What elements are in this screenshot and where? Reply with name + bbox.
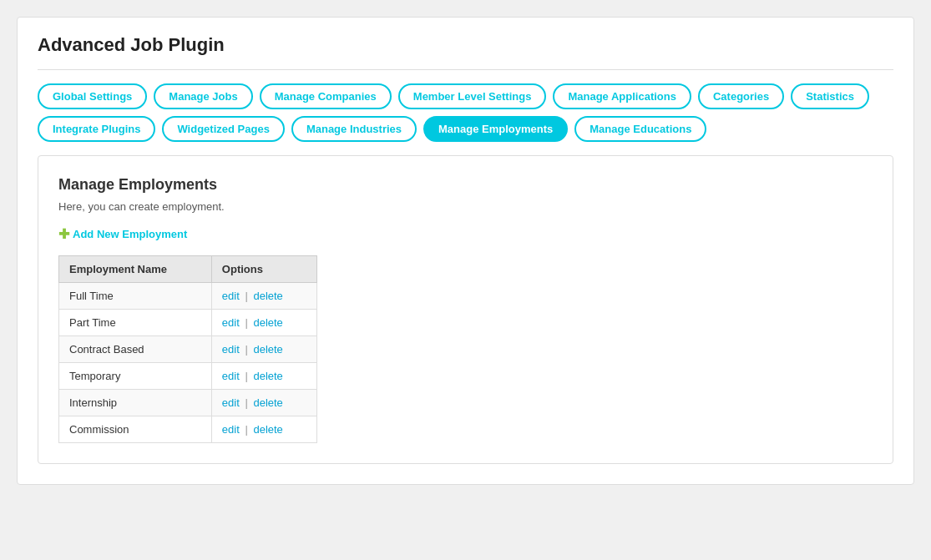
delete-link[interactable]: delete bbox=[253, 290, 282, 302]
employment-options-cell: edit | delete bbox=[211, 310, 316, 336]
page-title: Advanced Job Plugin bbox=[38, 34, 893, 56]
table-row: Part Timeedit | delete bbox=[59, 310, 317, 336]
employment-options-cell: edit | delete bbox=[211, 363, 316, 390]
table-row: Temporaryedit | delete bbox=[59, 363, 317, 390]
content-area: Manage Employments Here, you can create … bbox=[38, 155, 893, 464]
nav-tab-manage-applications[interactable]: Manage Applications bbox=[553, 83, 691, 109]
col-header-0: Employment Name bbox=[59, 256, 212, 283]
employment-options-cell: edit | delete bbox=[211, 336, 316, 363]
add-new-employment-link[interactable]: ✚ Add New Employment bbox=[58, 226, 187, 242]
delete-link[interactable]: delete bbox=[253, 370, 282, 382]
delete-link[interactable]: delete bbox=[253, 423, 282, 436]
nav-tabs: Global SettingsManage JobsManage Compani… bbox=[38, 83, 893, 142]
action-separator: | bbox=[242, 396, 251, 409]
col-header-1: Options bbox=[211, 256, 316, 283]
employment-options-cell: edit | delete bbox=[211, 390, 316, 416]
edit-link[interactable]: edit bbox=[222, 290, 240, 302]
action-separator: | bbox=[242, 370, 251, 382]
table-row: Full Timeedit | delete bbox=[59, 283, 317, 310]
add-icon: ✚ bbox=[58, 226, 69, 242]
nav-tab-manage-jobs[interactable]: Manage Jobs bbox=[154, 83, 252, 109]
edit-link[interactable]: edit bbox=[222, 343, 240, 356]
table-body: Full Timeedit | deletePart Timeedit | de… bbox=[59, 283, 317, 443]
employment-name-cell: Contract Based bbox=[59, 336, 212, 363]
table-row: Commissionedit | delete bbox=[59, 416, 317, 443]
nav-tab-manage-educations[interactable]: Manage Educations bbox=[574, 116, 706, 142]
nav-tab-categories[interactable]: Categories bbox=[698, 83, 784, 109]
nav-tab-manage-employments[interactable]: Manage Employments bbox=[423, 116, 568, 142]
employment-name-cell: Full Time bbox=[59, 283, 212, 310]
action-separator: | bbox=[242, 423, 251, 436]
action-separator: | bbox=[242, 343, 251, 356]
employment-options-cell: edit | delete bbox=[211, 283, 316, 310]
content-title: Manage Employments bbox=[58, 176, 873, 194]
nav-tab-integrate-plugins[interactable]: Integrate Plugins bbox=[38, 116, 155, 142]
nav-tab-manage-companies[interactable]: Manage Companies bbox=[260, 83, 392, 109]
table-header-row: Employment NameOptions bbox=[59, 256, 317, 283]
employment-name-cell: Commission bbox=[59, 416, 212, 443]
divider bbox=[38, 69, 893, 70]
table-row: Contract Basededit | delete bbox=[59, 336, 317, 363]
delete-link[interactable]: delete bbox=[253, 316, 282, 329]
action-separator: | bbox=[242, 316, 251, 329]
nav-tab-member-level-settings[interactable]: Member Level Settings bbox=[398, 83, 547, 109]
edit-link[interactable]: edit bbox=[222, 396, 240, 409]
edit-link[interactable]: edit bbox=[222, 316, 240, 329]
employment-table: Employment NameOptions Full Timeedit | d… bbox=[58, 255, 317, 443]
nav-tab-manage-industries[interactable]: Manage Industries bbox=[291, 116, 417, 142]
employment-options-cell: edit | delete bbox=[211, 416, 316, 443]
content-description: Here, you can create employment. bbox=[58, 200, 873, 213]
edit-link[interactable]: edit bbox=[222, 370, 240, 382]
page-wrapper: Advanced Job Plugin Global SettingsManag… bbox=[17, 17, 914, 485]
nav-tab-widgetized-pages[interactable]: Widgetized Pages bbox=[162, 116, 284, 142]
edit-link[interactable]: edit bbox=[222, 423, 240, 436]
delete-link[interactable]: delete bbox=[253, 343, 282, 356]
action-separator: | bbox=[242, 290, 251, 302]
nav-tab-statistics[interactable]: Statistics bbox=[791, 83, 869, 109]
add-new-label: Add New Employment bbox=[73, 228, 187, 240]
employment-name-cell: Internship bbox=[59, 390, 212, 416]
delete-link[interactable]: delete bbox=[253, 396, 282, 409]
employment-name-cell: Temporary bbox=[59, 363, 212, 390]
employment-name-cell: Part Time bbox=[59, 310, 212, 336]
nav-tab-global-settings[interactable]: Global Settings bbox=[38, 83, 147, 109]
table-row: Internshipedit | delete bbox=[59, 390, 317, 416]
